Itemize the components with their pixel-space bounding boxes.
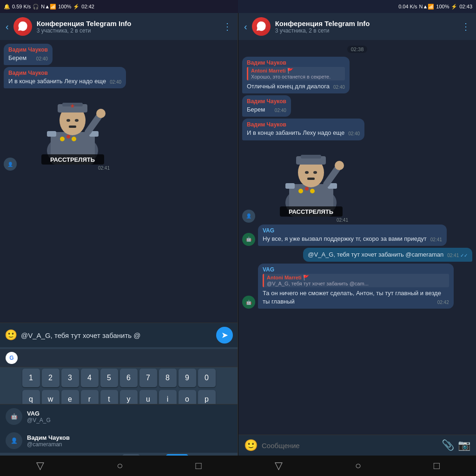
left-header-info: Конференция Telegram Info 3 участника, 2… bbox=[37, 20, 218, 34]
right-chat-title: Конференция Telegram Info bbox=[275, 20, 456, 27]
left-msg-1-sender: Вадим Чауков bbox=[8, 46, 48, 53]
camera-button[interactable]: 📷 bbox=[458, 439, 470, 451]
left-sticker-box: РАССТРЕЛЯТЬ bbox=[35, 90, 110, 165]
left-more-button[interactable]: ⋮ bbox=[223, 21, 232, 32]
quote-text-r2: Хорошо, это останется в секрете. bbox=[251, 74, 342, 79]
left-chat-subtitle: 3 участника, 2 в сети bbox=[37, 27, 218, 34]
back-button-right[interactable]: ‹ bbox=[244, 21, 247, 32]
nav-home-left[interactable]: ○ bbox=[117, 460, 123, 472]
svg-rect-5 bbox=[47, 131, 56, 137]
kb-key-9[interactable]: 9 bbox=[178, 369, 196, 387]
right-msg-r2-time: 02:40 bbox=[333, 84, 345, 91]
left-input-field[interactable] bbox=[21, 331, 212, 339]
right-vag-avatar: 🤖 bbox=[242, 233, 255, 246]
ac-name-vag: VAG bbox=[27, 410, 232, 417]
status-bar: 🔔 0.59 K/s 🎧 N▲📶 100% ⚡ 02:42 0.04 K/s N… bbox=[0, 0, 476, 13]
left-sticker-avatar: 👤 bbox=[4, 158, 17, 171]
bolt-left: ⚡ bbox=[73, 4, 79, 10]
battery-left: 100% bbox=[58, 4, 71, 9]
ac-avatar-vadim: 👤 bbox=[6, 432, 22, 449]
notification-icon: 🔔 bbox=[4, 4, 10, 10]
left-chat-title: Конференция Telegram Info bbox=[37, 20, 218, 27]
left-emoji-button[interactable]: 🙂 bbox=[5, 329, 17, 341]
right-sticker-box: РАССТРЕЛЯТЬ bbox=[274, 142, 348, 217]
right-msg-r8-time: 02:42 bbox=[437, 299, 449, 306]
right-header: ‹ Конференция Telegram Info 3 участника,… bbox=[238, 13, 476, 40]
right-msg-r8-sender: VAG bbox=[263, 266, 449, 273]
sticker-svg-left: РАССТРЕЛЯТЬ bbox=[37, 90, 109, 165]
svg-point-2 bbox=[60, 137, 65, 141]
ac-name-vadim: Вадим Чауков bbox=[27, 434, 232, 441]
kb-key-7[interactable]: 7 bbox=[139, 369, 157, 387]
quote-sender-r2: Antoni Marreti 🚩 bbox=[251, 68, 342, 74]
attach-button[interactable]: 📎 bbox=[442, 439, 454, 451]
kb-key-5[interactable]: 5 bbox=[100, 369, 118, 387]
google-button[interactable]: G bbox=[6, 352, 18, 364]
svg-point-21 bbox=[298, 189, 303, 193]
right-msg-row-r2: Вадим Чауков Antoni Marreti 🚩 Хорошо, эт… bbox=[242, 57, 472, 93]
left-msg-row-1: Вадим Чауков Берем02:40 bbox=[4, 44, 234, 65]
back-button-left[interactable]: ‹ bbox=[6, 21, 9, 32]
left-msg-2-text: И в конце забанить Леху надо еще02:40 bbox=[8, 77, 121, 86]
kb-key-6[interactable]: 6 bbox=[120, 369, 138, 387]
right-vag-avatar-2: 🤖 bbox=[242, 296, 255, 309]
kb-key-2[interactable]: 2 bbox=[42, 369, 60, 387]
panels: ‹ Конференция Telegram Info 3 участника,… bbox=[0, 13, 476, 476]
right-message-input[interactable] bbox=[262, 442, 438, 450]
battery-right: 100% bbox=[436, 4, 449, 9]
signal-icons-left: N▲📶 bbox=[41, 4, 56, 10]
right-msg-r2-text: Отличный конец для диалога02:40 bbox=[247, 82, 345, 91]
left-sticker-time: 02:41 bbox=[35, 165, 110, 171]
right-msg-r4-sender: Вадим Чауков bbox=[247, 121, 360, 128]
left-send-button[interactable]: ➤ bbox=[216, 327, 233, 344]
right-msg-r3-time: 02:40 bbox=[275, 107, 286, 114]
kb-key-0[interactable]: 0 bbox=[198, 369, 216, 387]
time-right: 02:43 bbox=[459, 4, 472, 9]
right-header-info: Конференция Telegram Info 3 участника, 2… bbox=[275, 20, 456, 34]
right-msg-r8-quote: Antoni Marreti 🚩 @V_A_G, тебя тут хочет … bbox=[263, 274, 449, 287]
quote-sender-r8: Antoni Marreti 🚩 bbox=[267, 275, 446, 281]
nav-recent-right[interactable]: □ bbox=[434, 460, 440, 472]
autocomplete-item-vag[interactable]: 🤖 VAG @V_A_G bbox=[0, 404, 238, 429]
right-msg-row-r7: @V_A_G, тебя тут хочет забанить @cameram… bbox=[242, 248, 472, 262]
autocomplete-item-vadim[interactable]: 👤 Вадим Чауков @cameraman bbox=[0, 429, 238, 453]
right-msg-r3: Вадим Чауков Берем02:40 bbox=[242, 95, 291, 117]
kb-key-8[interactable]: 8 bbox=[159, 369, 177, 387]
right-chat-avatar bbox=[252, 17, 271, 36]
right-msg-r2-sender: Вадим Чауков bbox=[247, 60, 345, 66]
quote-text-r8: @V_A_G, тебя тут хочет забанить @cam... bbox=[267, 281, 446, 286]
left-sticker: РАССТРЕЛЯТЬ 02:41 bbox=[35, 90, 110, 171]
signal-icons-right: N▲📶 bbox=[419, 4, 434, 10]
svg-rect-29 bbox=[301, 155, 321, 159]
autocomplete-popup: 🤖 VAG @V_A_G 👤 Вадим Чауков @cameraman bbox=[0, 404, 238, 453]
right-msg-r4: Вадим Чауков И в конце забанить Леху над… bbox=[242, 119, 364, 140]
kb-key-3[interactable]: 3 bbox=[61, 369, 79, 387]
right-more-button[interactable]: ⋮ bbox=[461, 21, 470, 32]
left-bottom-nav: ▽ ○ □ bbox=[0, 456, 238, 476]
svg-point-3 bbox=[66, 135, 70, 139]
left-chat-area: Вадим Чауков Берем02:40 Вадим Чауков И в… bbox=[0, 40, 238, 323]
kb-key-4[interactable]: 4 bbox=[81, 369, 99, 387]
svg-rect-14 bbox=[69, 126, 76, 128]
nav-home-right[interactable]: ○ bbox=[355, 460, 361, 472]
ac-info-vag: VAG @V_A_G bbox=[27, 410, 232, 423]
right-msg-r4-text: И в конце забанить Леху надо еще02:40 bbox=[247, 129, 360, 137]
nav-back-left[interactable]: ▽ bbox=[36, 460, 44, 472]
right-sticker-row: 👤 bbox=[242, 142, 472, 223]
sticker-svg-right: РАССТРЕЛЯТЬ bbox=[275, 142, 347, 217]
svg-point-30 bbox=[305, 171, 309, 174]
status-left: 🔔 0.59 K/s 🎧 N▲📶 100% ⚡ 02:42 bbox=[0, 0, 238, 13]
left-msg-1-text: Берем02:40 bbox=[8, 54, 48, 62]
right-emoji-button[interactable]: 🙂 bbox=[244, 439, 258, 452]
right-msg-row-r6: 🤖 VAG Ну все, я уже вызвал поддержку тг,… bbox=[242, 225, 472, 246]
nav-back-right[interactable]: ▽ bbox=[275, 460, 283, 472]
nav-recent-left[interactable]: □ bbox=[196, 460, 202, 472]
ac-username-vag: @V_A_G bbox=[27, 417, 232, 423]
kb-key-1[interactable]: 1 bbox=[22, 369, 40, 387]
right-msg-r3-text: Берем02:40 bbox=[247, 106, 286, 114]
right-msg-r6: VAG Ну все, я уже вызвал поддержку тг, с… bbox=[258, 225, 447, 246]
svg-point-4 bbox=[72, 137, 76, 141]
kb-number-row: 1 2 3 4 5 6 7 8 9 0 bbox=[0, 367, 238, 389]
keyboard-toolbar: G bbox=[0, 349, 238, 367]
right-msg-r8-text: Та он ничего не сможет сделать, Антон, т… bbox=[263, 289, 449, 306]
